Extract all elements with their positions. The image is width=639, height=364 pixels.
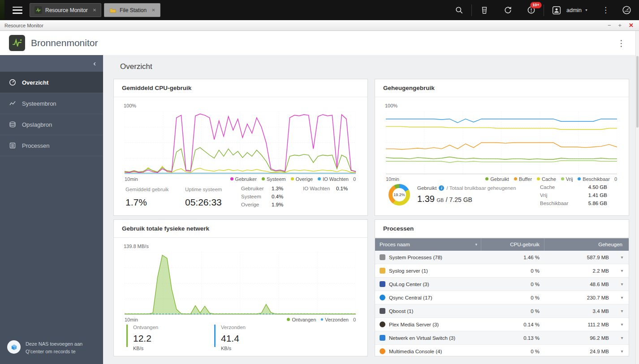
tab-close-icon[interactable]: ✕ <box>93 8 96 13</box>
stat-label: Cache <box>540 184 555 190</box>
process-rows: System Processes (78)1.46 %587.9 MB▾Sysl… <box>375 251 629 355</box>
legend-item: Cache <box>537 176 556 182</box>
qcenter-promo[interactable]: Deze NAS toevoegen aan Q'center om recor… <box>0 334 103 364</box>
stat-label: Systeem <box>241 194 272 199</box>
process-cpu: 1.46 % <box>481 255 544 260</box>
stat-label: Overige <box>241 202 272 207</box>
row-expand-chevron[interactable]: ▾ <box>615 308 629 313</box>
network-chart <box>125 252 356 315</box>
sidebar-item-systeembron[interactable]: Systeembron <box>0 93 103 114</box>
y-axis-max: 100% <box>385 103 397 108</box>
more-options-icon[interactable]: ⋮ <box>600 5 611 16</box>
process-cpu: 0 % <box>481 308 544 314</box>
y-axis-min: 0 <box>353 176 356 182</box>
maximize-button[interactable]: + <box>618 22 622 28</box>
process-name: Qsync Central (17) <box>389 295 432 300</box>
column-header-name[interactable]: Proces naam ▾ <box>375 238 481 251</box>
caret-down-icon: ▼ <box>585 9 588 12</box>
gauge-icon <box>9 79 16 86</box>
process-memory: 111.2 MB <box>544 322 615 327</box>
sidebar-item-label: Systeembron <box>22 100 56 107</box>
file-station-tab-icon <box>109 6 117 14</box>
row-expand-chevron[interactable]: ▾ <box>615 282 629 287</box>
process-name: Plex Media Server (3) <box>389 322 439 327</box>
sidebar-item-overzicht[interactable]: Overzicht <box>0 72 103 93</box>
desktop-topbar: Resource Monitor ✕ File Station ✕ <box>0 0 639 20</box>
search-icon[interactable] <box>453 5 464 16</box>
row-expand-chevron[interactable]: ▾ <box>615 322 629 327</box>
process-row[interactable]: Syslog server (1)0 %2.2 MB▾ <box>375 264 629 278</box>
close-button[interactable]: ✕ <box>629 22 634 28</box>
process-row[interactable]: Qsync Central (17)0 %230.7 MB▾ <box>375 291 629 304</box>
stat-value: 0.1% <box>336 186 348 191</box>
resource-monitor-tab-icon <box>35 6 42 14</box>
sidebar-item-opslagbron[interactable]: Opslagbron <box>0 114 103 135</box>
minimize-button[interactable]: − <box>608 22 611 28</box>
screen: Resource Monitor ✕ File Station ✕ <box>0 0 639 364</box>
process-row[interactable]: Plex Media Server (3)0.14 %111.2 MB▾ <box>375 318 629 331</box>
tab-file-station[interactable]: File Station ✕ <box>104 3 160 17</box>
process-memory: 587.9 MB <box>544 255 615 260</box>
stat-value: 1.7% <box>125 197 169 208</box>
window-scrollbar[interactable] <box>635 31 639 364</box>
stat-label: Verzonden <box>221 325 246 330</box>
info-icon[interactable]: i <box>439 185 444 191</box>
user-menu[interactable]: admin ▼ <box>566 7 588 13</box>
memory-chart <box>386 111 617 174</box>
topbar-actions: 10+ admin ▼ ⋮ <box>453 4 639 16</box>
process-row[interactable]: Qboost (1)0 %3.4 MB▾ <box>375 304 629 318</box>
notifications-icon[interactable]: 10+ <box>526 5 536 16</box>
process-memory: 48.6 MB <box>544 282 615 287</box>
legend-item: Ontvangen <box>287 317 316 322</box>
process-name: Qboost (1) <box>389 308 413 314</box>
dashboard-gauge-icon[interactable] <box>621 5 632 16</box>
process-icon <box>380 308 385 314</box>
legend-item: Systeem <box>262 176 286 182</box>
background-tasks-icon[interactable] <box>479 5 490 16</box>
sidebar: ‹ Overzicht Systeembron Opslagbron Proce… <box>0 55 103 364</box>
stat-value: 1.9% <box>272 202 283 207</box>
column-header-cpu[interactable]: CPU-gebruik <box>481 238 544 251</box>
tab-close-icon[interactable]: ✕ <box>151 8 155 13</box>
stat-value: 5.86 GB <box>588 201 607 206</box>
main-menu-icon[interactable] <box>13 7 22 14</box>
cpu-stats: Gemiddeld gebruik 1.7% Uptime systeem 05… <box>125 185 358 212</box>
stat-unit: KB/s <box>221 346 231 351</box>
process-name: Multimedia Console (4) <box>389 349 442 354</box>
tab-resource-monitor[interactable]: Resource Monitor ✕ <box>30 3 101 17</box>
app-more-icon[interactable]: ⋮ <box>617 38 626 48</box>
panel-cpu: Gemiddeld CPU-gebruik 100% 10min Gebruik… <box>113 79 368 216</box>
stat-unit: KB/s <box>133 346 143 351</box>
column-header-memory[interactable]: Geheugen <box>544 238 629 251</box>
scrollbar-thumb[interactable] <box>636 56 639 128</box>
process-icon <box>380 281 385 287</box>
user-icon[interactable] <box>551 5 562 16</box>
line-chart-icon <box>9 100 16 107</box>
memory-legend: GebruiktBufferCacheVrijBeschikbaar <box>485 176 610 182</box>
window-titlebar[interactable]: Resource Monitor − + ✕ <box>0 20 639 31</box>
process-row[interactable]: QuLog Center (3)0 %48.6 MB▾ <box>375 278 629 291</box>
process-row[interactable]: Multimedia Console (4)0 %24.9 MB▾ <box>375 345 629 355</box>
y-axis-max: 139.8 MB/s <box>124 244 149 249</box>
row-expand-chevron[interactable]: ▾ <box>615 349 629 354</box>
panel-memory: Geheugengebruik 100% 10min GebruiktBuffe… <box>375 79 629 216</box>
external-device-sync-icon[interactable] <box>502 5 513 16</box>
row-expand-chevron[interactable]: ▾ <box>615 255 629 260</box>
app-header: Bronnenmonitor ⋮ <box>0 31 639 55</box>
row-expand-chevron[interactable]: ▾ <box>615 268 629 273</box>
process-row[interactable]: Netwerk en Virtual Switch (3)0.13 %96.2 … <box>375 331 629 345</box>
sidebar-item-processen[interactable]: Processen <box>0 135 103 156</box>
memory-stats: 19.2% Gebruikt i / Totaal bruikbaar gehe… <box>387 183 619 212</box>
network-legend: OntvangenVerzonden <box>287 317 348 322</box>
y-axis-min: 0 <box>353 317 356 322</box>
legend-item: Overige <box>291 176 313 182</box>
legend-item: Verzonden <box>321 317 349 322</box>
sidebar-collapse-button[interactable]: ‹ <box>0 55 103 72</box>
row-expand-chevron[interactable]: ▾ <box>615 295 629 300</box>
main-content: Overzicht Gemiddeld CPU-gebruik 100% 10m… <box>103 55 639 364</box>
legend-item: Beschikbaar <box>578 176 610 182</box>
process-row[interactable]: System Processes (78)1.46 %587.9 MB▾ <box>375 251 629 264</box>
sort-caret-icon[interactable]: ▾ <box>475 242 477 247</box>
legend-item: Gebruikt <box>485 176 509 182</box>
row-expand-chevron[interactable]: ▾ <box>615 335 629 340</box>
